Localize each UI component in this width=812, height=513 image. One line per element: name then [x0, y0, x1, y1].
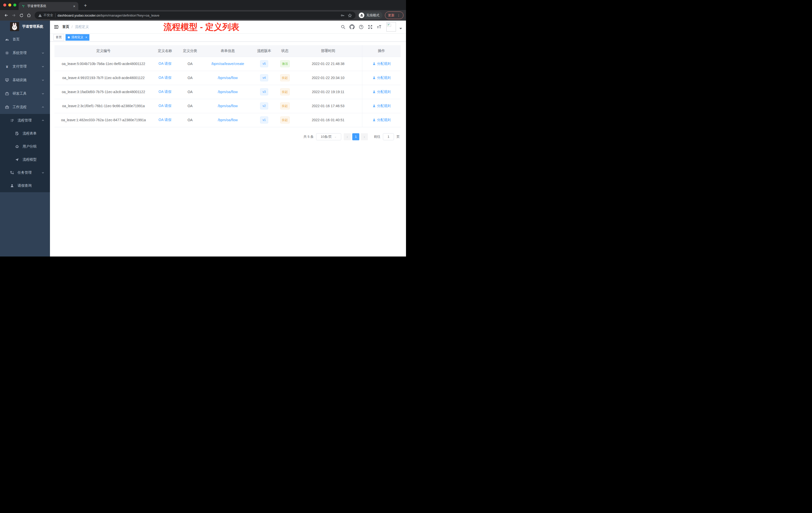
definition-category: OA [177, 113, 203, 127]
font-size-icon[interactable] [376, 24, 382, 30]
sidebar-item-process-form[interactable]: 流程表单 [0, 127, 50, 140]
sidebar-item-system[interactable]: 系统管理 [0, 46, 50, 60]
next-page-button[interactable]: › [361, 133, 368, 140]
tag-close-icon[interactable]: × [85, 36, 87, 39]
table-row: oa_leave:5:004b710b-7b8a-11ec-8ef0-acde4… [55, 57, 401, 71]
chevron-down-icon [41, 52, 45, 55]
sidebar-logo[interactable]: 芋道管理系统 [0, 21, 50, 33]
page-number-current[interactable]: 1 [352, 133, 359, 140]
assign-rule-button[interactable]: 分配规则 [372, 76, 391, 80]
breadcrumb-separator: / [71, 25, 72, 29]
assign-rule-button[interactable]: 分配规则 [372, 61, 391, 66]
url-domain: dashboard.yudao.iocoder.cn [58, 13, 100, 17]
fullscreen-icon[interactable] [367, 24, 373, 30]
security-warning[interactable]: 不安全 [38, 13, 53, 18]
minimize-window-button[interactable] [8, 3, 11, 6]
github-icon[interactable] [349, 24, 355, 30]
reload-icon[interactable] [18, 11, 25, 19]
form-info-link[interactable]: /bpm/oa/flow [218, 104, 237, 108]
browser-window: 芋道管理系统 × + 不安全 dashboard.yudao.iocoder.c… [0, 0, 406, 256]
avatar-caret-icon[interactable] [400, 28, 402, 29]
page-content: 定义编号 定义名称 定义分类 表单信息 流程版本 状态 部署时间 操作 oa_l [50, 42, 406, 140]
broken-image-icon [387, 23, 391, 27]
sidebar-item-label: 任务管理 [18, 171, 38, 175]
zoom-window-button[interactable] [13, 3, 16, 6]
infrastructure-icon [5, 78, 9, 82]
form-info-link[interactable]: /bpm/oa/flow [218, 90, 237, 94]
sidebar-item-payment[interactable]: ¥ 支付管理 [0, 60, 50, 73]
close-window-button[interactable] [3, 3, 6, 6]
definition-name-link[interactable]: OA 请假 [158, 104, 171, 108]
user-icon [372, 90, 376, 94]
form-info-link[interactable]: /bpm/oa/flow [218, 118, 237, 122]
user-icon [372, 62, 376, 65]
search-icon[interactable] [340, 24, 346, 30]
home-icon[interactable] [25, 11, 33, 19]
app-title: 芋道管理系统 [22, 24, 43, 29]
sidebar-item-infrastructure[interactable]: 基础设施 [0, 73, 50, 87]
update-label: 更新 [388, 13, 395, 18]
key-icon[interactable] [341, 13, 345, 18]
sidebar-item-workflow[interactable]: 工作流程 [0, 100, 50, 114]
user-icon [10, 184, 14, 188]
forward-icon[interactable] [10, 11, 18, 19]
col-deploy-time: 部署时间 [294, 45, 362, 57]
page-unit-label: 页 [397, 134, 400, 139]
goto-page-input[interactable] [383, 133, 394, 140]
browser-tab[interactable]: 芋道管理系统 × [19, 2, 78, 10]
form-info-link[interactable]: /bpm/oa/flow [218, 76, 237, 80]
new-tab-button[interactable]: + [82, 2, 89, 9]
assign-rule-button[interactable]: 分配规则 [372, 90, 391, 94]
tag-home[interactable]: 首页 [54, 34, 64, 41]
prev-page-button[interactable]: ‹ [344, 133, 351, 140]
sidebar-item-leave-query[interactable]: 请假查询 [0, 179, 50, 192]
sidebar-item-label: 工作流程 [12, 105, 38, 110]
browser-menu-icon[interactable]: ⋮ [397, 13, 401, 17]
form-info-link[interactable]: /bpm/oa/leave/create [211, 62, 244, 66]
definition-category: OA [177, 85, 203, 99]
incognito-badge: 无痕模式 [357, 11, 382, 19]
definition-name-link[interactable]: OA 请假 [158, 76, 171, 80]
back-icon[interactable] [2, 11, 10, 19]
bookmark-star-icon[interactable] [348, 13, 352, 18]
tab-close-icon[interactable]: × [73, 4, 75, 8]
url-text[interactable]: dashboard.yudao.iocoder.cn/bpm/manager/d… [58, 13, 339, 17]
user-icon [372, 118, 376, 122]
definition-name-link[interactable]: OA 请假 [158, 61, 171, 65]
breadcrumb-home[interactable]: 首页 [62, 25, 69, 29]
definition-table: 定义编号 定义名称 定义分类 表单信息 流程版本 状态 部署时间 操作 oa_l [55, 45, 401, 127]
warning-icon [38, 13, 42, 17]
dev-tools-icon [5, 92, 9, 96]
tab-title: 芋道管理系统 [27, 4, 71, 8]
sidebar-item-task-manage[interactable]: 任务管理 [0, 166, 50, 179]
update-button[interactable]: 更新 ⋮ [385, 11, 404, 19]
sidebar-item-home[interactable]: 首页 [0, 33, 50, 46]
definition-name-link[interactable]: OA 请假 [158, 118, 171, 122]
tag-process-definition[interactable]: 流程定义 × [65, 34, 89, 41]
breadcrumb: 首页 / 流程定义 [62, 25, 89, 29]
table-row: oa_leave:2:3c1f0ef1-76b1-11ec-9c66-a2380… [55, 99, 401, 113]
definition-name-link[interactable]: OA 请假 [158, 90, 171, 94]
version-badge: v4 [260, 74, 268, 81]
process-form-icon [15, 131, 19, 135]
assign-rule-button[interactable]: 分配规则 [372, 118, 391, 122]
table-row: oa_leave:1:482ec033-762a-11ec-8477-a2380… [55, 113, 401, 127]
url-bar[interactable]: 不安全 dashboard.yudao.iocoder.cn/bpm/manag… [35, 11, 355, 19]
goto-label: 前往 [374, 134, 380, 139]
sidebar-collapse-icon[interactable] [52, 23, 60, 31]
version-badge: v1 [260, 117, 268, 123]
col-definition-category: 定义分类 [177, 45, 203, 57]
help-icon[interactable] [358, 24, 364, 30]
assign-rule-button[interactable]: 分配规则 [372, 104, 391, 108]
tag-label: 首页 [56, 35, 62, 39]
page-size-select[interactable]: 10条/页 ⌄ [316, 133, 341, 140]
sidebar-item-user-group[interactable]: 用户分组 [0, 140, 50, 153]
chevron-up-icon [41, 105, 45, 109]
sidebar-item-process-manage[interactable]: 流程管理 [0, 114, 50, 127]
sidebar-item-process-model[interactable]: 流程模型 [0, 153, 50, 166]
sidebar-item-label: 基础设施 [12, 78, 38, 82]
sidebar-item-label: 研发工具 [12, 91, 38, 96]
avatar[interactable] [386, 22, 396, 32]
url-path: /bpm/manager/definition?key=oa_leave [100, 13, 160, 17]
sidebar-item-dev-tools[interactable]: 研发工具 [0, 87, 50, 100]
